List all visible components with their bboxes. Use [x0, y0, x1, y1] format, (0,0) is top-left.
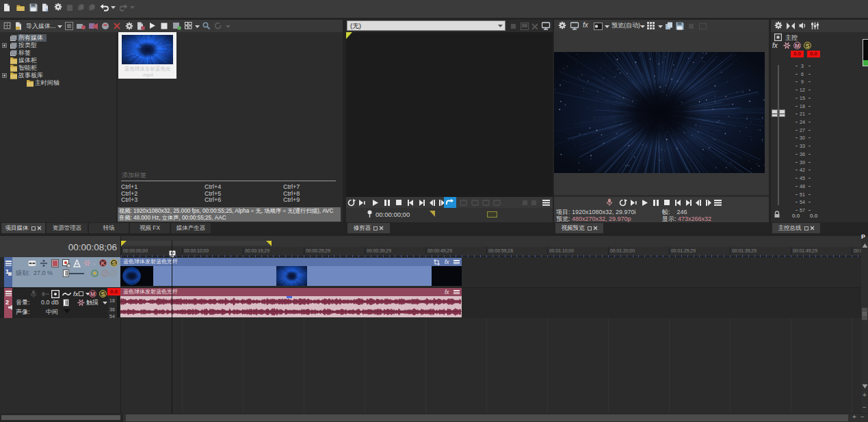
svg-text:M: M: [795, 42, 800, 49]
svg-text:S: S: [101, 291, 105, 298]
svg-text:M: M: [90, 291, 95, 298]
svg-text:S: S: [112, 260, 116, 267]
svg-text:K: K: [101, 260, 105, 267]
svg-text:S: S: [806, 42, 810, 49]
